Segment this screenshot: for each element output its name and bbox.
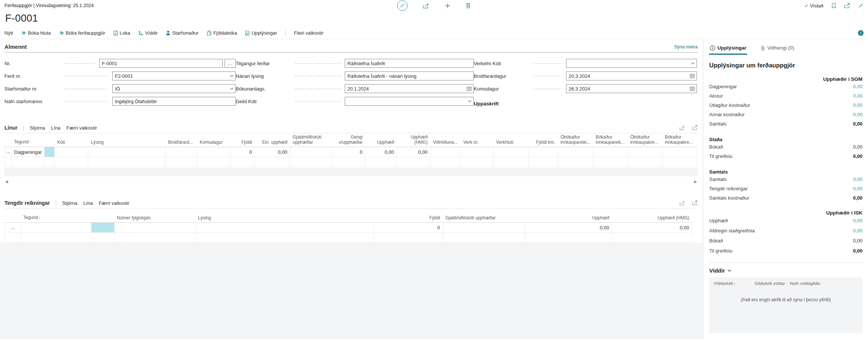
cell-lysing[interactable] (196, 233, 374, 243)
cell-tegund[interactable]: Dagpeningar (12, 147, 45, 157)
info-icon[interactable]: i (858, 30, 864, 36)
action-loka[interactable]: Loka (113, 30, 130, 36)
fb-value-samtals[interactable]: 0,00 (853, 177, 862, 182)
cell-upphaed[interactable] (525, 233, 612, 243)
action-boka-hluta[interactable]: Bóka hluta (21, 30, 51, 36)
calendar-icon[interactable] (690, 86, 695, 91)
cell-brottfarard[interactable] (165, 147, 197, 157)
cell-brottfarard[interactable] (165, 157, 197, 167)
cell-koti[interactable] (55, 157, 88, 167)
action-viddir[interactable]: Víddir (138, 30, 158, 36)
cell-verk-nr[interactable] (461, 147, 494, 157)
col-verk-nr[interactable]: Verk nr. (461, 133, 494, 147)
scroll-left-icon[interactable]: ◀ (5, 180, 8, 184)
bokunardags-field[interactable] (345, 84, 474, 93)
linur-menu-stjorna[interactable]: Stjórna (30, 125, 45, 131)
edit-icon[interactable] (397, 0, 408, 11)
cell-lysing[interactable] (88, 157, 165, 167)
cell-upphaed-hmg[interactable] (397, 157, 430, 167)
col-bokadur-innkaupareikningur[interactable]: Bókaður innkaupareik... (593, 133, 628, 147)
cell-vidmiduna[interactable] (430, 147, 461, 157)
cell-gengi[interactable]: 0 (332, 147, 365, 157)
cell-tegund[interactable] (21, 233, 91, 243)
cell-komudagur[interactable] (197, 147, 231, 157)
action-fjoldaboka[interactable]: Fjöldabóka (207, 30, 237, 36)
cell-obokadur-reikn[interactable] (558, 147, 593, 157)
cell-fjoldi[interactable]: 0 (374, 223, 443, 233)
cell-komudagur[interactable] (197, 157, 231, 167)
scroll-right-icon[interactable]: ▶ (694, 180, 697, 184)
col-fjoldi-km[interactable]: Fjöldi km. (529, 133, 558, 147)
cell-ein-upphaed[interactable] (255, 157, 290, 167)
cell-verkhluti[interactable] (494, 157, 529, 167)
horizontal-scrollbar[interactable]: ◀ ▶ (4, 180, 698, 184)
cell-koti[interactable] (55, 147, 88, 157)
cell-upphaed-hmg[interactable]: 0,00 (612, 223, 692, 233)
chevron-down-icon[interactable] (230, 88, 234, 90)
col-upphaed-hmg[interactable]: Upphæð (HMG) (612, 214, 692, 223)
fb-value-utlagdur-kostnadur[interactable]: 0,00 (853, 102, 862, 108)
cell-verk-nr[interactable] (461, 157, 494, 167)
col-fjoldi[interactable]: Fjöldi (374, 214, 443, 223)
calendar-icon[interactable] (467, 86, 472, 91)
linur-menu-faerri-valkostir[interactable]: Færri valkostir (67, 125, 97, 131)
col-verkhluti[interactable]: Verkhluti (494, 133, 529, 147)
col-gjaldmidilskoti[interactable]: Gjaldmiðilskóti upphæðar (290, 133, 332, 147)
col-numer-fylgiskjals[interactable]: Númer fylgiskjals (115, 214, 196, 223)
chevron-down-icon[interactable] (691, 62, 695, 64)
cell-bokadur-reikn[interactable] (593, 157, 628, 167)
cell-indicator-selected[interactable] (91, 223, 115, 233)
tilgangur-ferdar-field[interactable] (345, 59, 474, 68)
share-icon[interactable] (422, 3, 430, 9)
cell-gjaldmidilskoti[interactable] (290, 157, 332, 167)
viddir-col-viddarkoti[interactable]: Víddarkóti↑ (714, 281, 755, 286)
viddir-col-nafn[interactable]: Nafn víddagildis (790, 281, 858, 286)
col-bokadur-innkaupakredit[interactable]: Bókaður innkaupakre... (662, 133, 697, 147)
verkefni-koti-field[interactable] (566, 59, 697, 68)
col-komudagur[interactable]: Komudagur (197, 133, 231, 147)
nr-field[interactable] (99, 59, 223, 68)
action-upplysingar[interactable]: Upplýsingar (245, 30, 277, 36)
col-obokadur-innkaupakredit[interactable]: Óbókaður innkaupakre... (628, 133, 662, 147)
cell-indicator[interactable] (45, 157, 55, 167)
col-lysing[interactable]: Lýsing (196, 214, 374, 223)
tab-vidhengi[interactable]: Viðhengi (0) (760, 43, 795, 55)
col-upphaed[interactable]: Upphæð (525, 214, 612, 223)
calendar-icon[interactable] (690, 74, 695, 79)
col-brottfarard[interactable]: Brottfarard... (165, 133, 197, 147)
action-starfsmadur[interactable]: Starfsmaður (166, 30, 199, 36)
fb-value-afdregin-stadgreidsla[interactable]: 0,00 (853, 228, 862, 233)
chevron-down-icon[interactable] (230, 75, 234, 77)
cell-obokadur-kredit[interactable] (628, 147, 662, 157)
chevron-down-icon[interactable] (468, 100, 472, 102)
cell-fjoldi-km[interactable] (529, 147, 558, 157)
share-icon[interactable] (679, 200, 685, 206)
col-upphaed-hmg[interactable]: Upphæð (HMG) (397, 133, 430, 147)
cell-bokadur-kredit[interactable] (662, 147, 697, 157)
cell-gjaldmidilskoti[interactable] (443, 223, 525, 233)
col-ein-upphaed[interactable]: Ein. upphæð (255, 133, 290, 147)
fb-value-akstur[interactable]: 0,00 (853, 93, 862, 99)
cell-numer-fylgiskjals[interactable] (115, 223, 196, 233)
fb-value-annar-kostnadur[interactable]: 0,00 (853, 112, 862, 117)
ferd-nr-field[interactable] (112, 72, 236, 80)
nafn-starfsmanns-field[interactable] (112, 97, 236, 106)
fb-value-dagpeningar[interactable]: 0,00 (853, 84, 862, 89)
col-upphaed[interactable]: Upphæð (365, 133, 397, 147)
cell-bokadur-reikn[interactable] (593, 147, 628, 157)
cell-gjaldmidilskoti[interactable] (443, 233, 525, 243)
cell-bokadur-kredit[interactable] (662, 157, 697, 167)
show-more-link[interactable]: Sýna meira (674, 44, 698, 50)
linur-menu-lina[interactable]: Lína (51, 125, 60, 131)
cell-upphaed[interactable] (365, 157, 397, 167)
cell-indicator[interactable] (91, 233, 115, 243)
col-koti[interactable]: Kóti (55, 133, 88, 147)
open-in-window-icon[interactable] (692, 200, 698, 206)
action-fleiri-valkostir[interactable]: Fleiri valkostir (294, 30, 323, 36)
cell-obokadur-reikn[interactable] (558, 157, 593, 167)
col-gjaldmidilskoti[interactable]: Gjaldmiðilskóti upphæðar (443, 214, 525, 223)
col-lysing[interactable]: Lýsing (88, 133, 165, 147)
col-tegund[interactable]: Tegund↑ (21, 214, 91, 223)
col-fjoldi[interactable]: Fjöldi (231, 133, 255, 147)
cell-upphaed-hmg[interactable] (612, 233, 692, 243)
